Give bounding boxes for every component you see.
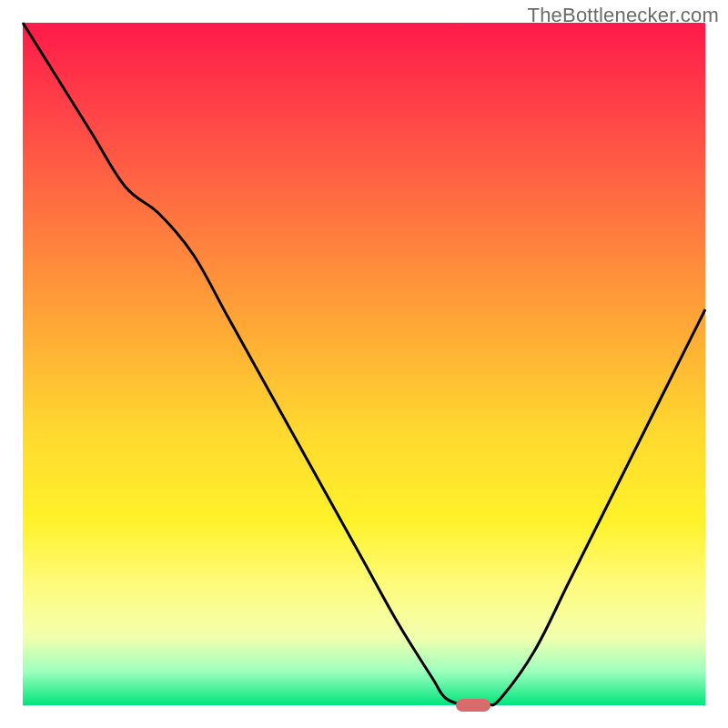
plot-area [23, 23, 705, 705]
optimal-marker [456, 699, 490, 712]
watermark-text: TheBottlenecker.com [528, 4, 719, 27]
bottleneck-chart: TheBottlenecker.com [0, 0, 728, 728]
bottleneck-curve-path [23, 23, 705, 706]
curve-layer [23, 23, 705, 705]
